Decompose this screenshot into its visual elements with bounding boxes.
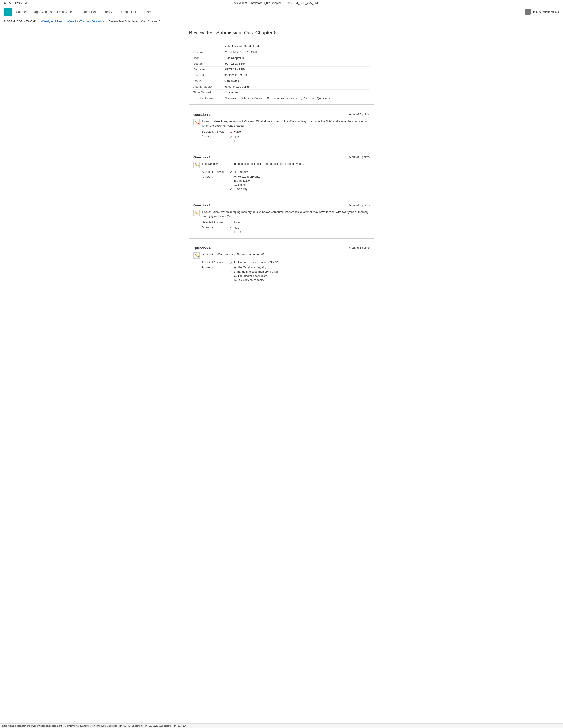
question-3-text: True or False? When dumping memory on a … — [202, 210, 370, 218]
question-2-body: ✏️ ✔ The Windows ________ log contains s… — [193, 162, 370, 168]
question-3-answers: Selected Answer: ✔ True Answers: ✔ True … — [202, 221, 370, 234]
nav-su-login[interactable]: SU Login Links — [117, 10, 138, 14]
question-2-answers-row: Answers: A. ForwardedEvents B. Applicati… — [202, 175, 370, 191]
question-2-answers-label: Answers: — [202, 175, 228, 178]
question-4-selected-label: Selected Answer: — [202, 261, 228, 264]
info-row-submitted: Submitted 3/27/22 9:47 PM — [193, 67, 370, 72]
logo[interactable]: + — [4, 8, 12, 16]
info-row-course: Course 22SSEM_CDF_475_OM1 — [193, 49, 370, 55]
info-label-status: Status — [193, 79, 224, 83]
question-3-answer-0: ✔ True — [229, 225, 241, 229]
info-row-status: Status Completed — [193, 78, 370, 84]
question-4-answer-1-text: B. Random access memory (RAM) — [233, 270, 278, 273]
info-row-started: Started 3/27/22 9:35 PM — [193, 61, 370, 67]
question-2-answer-2-text: C. System — [234, 183, 247, 186]
question-1-answer-0: ✔ True — [229, 135, 241, 139]
question-4-points: 5 out of 5 points — [349, 246, 370, 249]
question-1-answers-row: Answers: ✔ True False — [202, 135, 370, 143]
question-2-icon: ✏️ ✔ — [193, 162, 199, 168]
question-2-answer-1: B. Application — [229, 179, 260, 182]
nav-links: Courses Organizations Faculty Help Stude… — [16, 10, 152, 14]
question-1-answers-list: ✔ True False — [229, 135, 241, 143]
info-row-test: Test Quiz Chapter 8 — [193, 55, 370, 61]
question-4-selected-icon: ✔ — [229, 261, 232, 265]
nav-courses[interactable]: Courses — [16, 10, 27, 14]
question-4-selected-row: Selected Answer: ✔ B. Random access memo… — [202, 261, 370, 265]
question-2-selected-value: D. Security — [234, 170, 248, 173]
question-1-answers-label: Answers: — [202, 135, 228, 138]
question-4-answer-0-text: A. The Windows Registry — [234, 266, 266, 269]
question-2-answer-3: ✔ D. Security — [229, 187, 260, 191]
nav-assist[interactable]: Assist — [143, 10, 152, 14]
question-2-text: The Windows ________ log contains succes… — [202, 162, 370, 168]
info-label-submitted: Submitted — [193, 68, 224, 71]
question-1-text: True or False? Many versions of Microsof… — [202, 119, 370, 128]
question-1-block: Question 1 0 out of 5 points ✏️ ✗ True o… — [189, 109, 374, 148]
question-4-answer-3: D. USB device capacity — [229, 278, 278, 281]
question-2-answer-0-text: A. ForwardedEvents — [234, 175, 260, 178]
info-row-time: Time Elapsed 11 minutes — [193, 90, 370, 95]
info-value-score: 95 out of 100 points — [224, 85, 249, 88]
question-2-block: Question 2 5 out of 5 points ✏️ ✔ The Wi… — [189, 152, 374, 196]
check-icon-2: ✔ — [197, 165, 199, 168]
question-4-header: Question 4 5 out of 5 points — [193, 246, 370, 250]
question-2-answer-2: C. System — [229, 183, 260, 186]
dropdown-icon[interactable]: ▾ — [558, 10, 559, 14]
breadcrumb-week9[interactable]: Week 9 - Windows Forensics — [67, 20, 104, 23]
page-heading: Review Test Submission: Quiz Chapter 8 — [189, 30, 374, 36]
question-1-answers: Selected Answer: ✗ False Answers: ✔ True… — [202, 130, 370, 143]
question-3-selected-label: Selected Answer: — [202, 221, 228, 224]
question-3-answer-0-text: True — [233, 226, 239, 229]
x-icon: ✗ — [197, 122, 199, 125]
submission-info-table: User Holly Elizabeth Sunderland Course 2… — [189, 40, 374, 105]
nav-student-help[interactable]: Student Help — [79, 10, 97, 14]
info-label-user: User — [193, 45, 224, 48]
question-1-answer-1-text: False — [234, 139, 241, 143]
info-value-test: Quiz Chapter 8 — [224, 56, 243, 60]
nav-faculty-help[interactable]: Faculty Help — [57, 10, 74, 14]
info-label-score: Attempt Score — [193, 85, 224, 88]
question-4-answer-3-text: D. USB device capacity — [234, 278, 264, 281]
question-4-answer-2: C. The master boot record — [229, 274, 278, 278]
nav-library[interactable]: Library — [103, 10, 112, 14]
question-4-body: ✏️ ✔ What is the Windows swap file used … — [193, 252, 370, 259]
question-2-points: 5 out of 5 points — [349, 155, 370, 159]
question-2-header: Question 2 5 out of 5 points — [193, 155, 370, 159]
question-4-answers-list: A. The Windows Registry ✔ B. Random acce… — [229, 266, 278, 282]
info-label-started: Started — [193, 62, 224, 65]
question-3-selected-row: Selected Answer: ✔ True — [202, 221, 370, 225]
check-icon-3: ✔ — [197, 213, 199, 216]
question-3-answers-label: Answers: — [202, 225, 228, 229]
question-3-answers-row: Answers: ✔ True False — [202, 225, 370, 234]
question-4-selected-value: B. Random access memory (RAM) — [234, 261, 278, 264]
info-value-user: Holly Elizabeth Sunderland — [224, 45, 259, 48]
question-2-selected-label: Selected Answer: — [202, 170, 228, 173]
info-row-user: User Holly Elizabeth Sunderland — [193, 44, 370, 49]
question-3-selected-value: True — [234, 221, 239, 224]
breadcrumb-weekly-activities[interactable]: Weekly Activities — [41, 20, 62, 23]
question-2-title: Question 2 — [193, 155, 211, 159]
header: 4/13/22, 12:45 AM Review Test Submission… — [0, 0, 563, 25]
breadcrumb-course[interactable]: 22SSEM_CDF_475_OM1 — [4, 20, 37, 23]
user-section: Holly Sunderland 4 ▾ — [525, 9, 559, 15]
info-label-time: Time Elapsed — [193, 91, 224, 94]
nav-organizations[interactable]: Organizations — [33, 10, 52, 14]
info-value-time: 11 minutes — [224, 91, 238, 94]
info-value-results: All Answers, Submitted Answers, Correct … — [224, 96, 330, 100]
info-value-submitted: 3/27/22 9:47 PM — [224, 68, 245, 71]
user-name: Holly Sunderland — [532, 10, 554, 14]
browser-page-title: Review Test Submission: Quiz Chapter 8 –… — [231, 1, 320, 5]
correct-icon-q2-3: ✔ — [229, 187, 232, 191]
question-1-answer-0-text: True — [233, 135, 239, 139]
breadcrumb-bar: 22SSEM_CDF_475_OM1 Weekly Activities › W… — [0, 18, 563, 25]
info-value-status: Completed — [224, 79, 239, 83]
question-1-selected-row: Selected Answer: ✗ False — [202, 130, 370, 134]
question-1-selected-label: Selected Answer: — [202, 130, 228, 133]
question-1-selected-icon: ✗ — [229, 130, 232, 134]
question-2-selected-icon: ✔ — [229, 170, 232, 174]
question-2-answers-list: A. ForwardedEvents B. Application C. Sys… — [229, 175, 260, 191]
browser-datetime: 4/13/22, 12:45 AM — [4, 1, 27, 5]
info-row-score: Attempt Score 95 out of 100 points — [193, 84, 370, 90]
question-3-answer-1: False — [229, 230, 241, 233]
question-3-selected-icon: ✔ — [229, 221, 232, 225]
